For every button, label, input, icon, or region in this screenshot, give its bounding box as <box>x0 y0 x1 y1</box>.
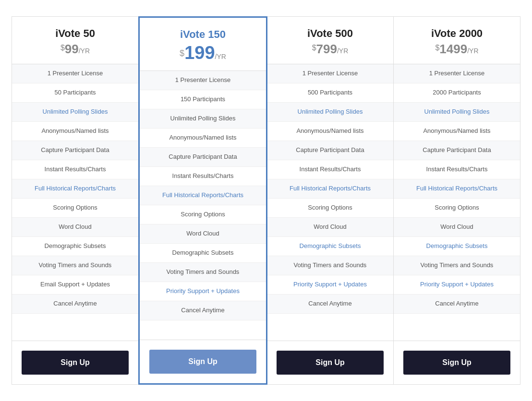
plan-price-ivote50: $99/YR <box>17 43 133 55</box>
feature-row: Capture Participant Data <box>267 141 393 160</box>
plan-ivote50: iVote 50$99/YR1 Presenter License50 Part… <box>12 17 139 384</box>
features-ivote500: 1 Presenter License500 ParticipantsUnlim… <box>267 64 393 341</box>
feature-row: Unlimited Polling Slides <box>394 103 520 122</box>
plan-header-ivote150: iVote 150$199/YR <box>140 18 266 71</box>
feature-row: 1 Presenter License <box>12 64 138 83</box>
feature-row: 1 Presenter License <box>267 64 393 83</box>
feature-row: Voting Timers and Sounds <box>140 263 266 282</box>
plan-ivote150: iVote 150$199/YR1 Presenter License150 P… <box>138 16 267 385</box>
features-ivote50: 1 Presenter License50 ParticipantsUnlimi… <box>12 64 138 341</box>
feature-row: Word Cloud <box>140 224 266 244</box>
plan-price-ivote500: $799/YR <box>272 43 388 55</box>
plan-name-ivote500: iVote 500 <box>272 27 388 40</box>
feature-row: 1 Presenter License <box>140 71 266 90</box>
feature-row: Full Historical Reports/Charts <box>140 186 266 205</box>
features-ivote2000: 1 Presenter License2000 ParticipantsUnli… <box>394 64 520 341</box>
feature-row: Instant Results/Charts <box>394 160 520 179</box>
feature-row: Full Historical Reports/Charts <box>267 179 393 199</box>
feature-row: Word Cloud <box>394 218 520 237</box>
feature-row: 2000 Participants <box>394 83 520 103</box>
feature-row: Capture Participant Data <box>140 148 266 167</box>
feature-row: Instant Results/Charts <box>267 160 393 179</box>
feature-row: Demographic Subsets <box>140 244 266 263</box>
spacer <box>394 314 520 341</box>
feature-row: Cancel Anytime <box>140 301 266 320</box>
feature-row: Demographic Subsets <box>12 237 138 256</box>
feature-row: Scoring Options <box>12 199 138 218</box>
feature-row: Email Support + Updates <box>12 275 138 295</box>
plan-price-ivote150: $199/YR <box>145 44 261 62</box>
feature-row: Cancel Anytime <box>267 295 393 314</box>
feature-row: Cancel Anytime <box>12 295 138 314</box>
spacer <box>12 314 138 341</box>
feature-row: Full Historical Reports/Charts <box>394 179 520 199</box>
plan-name-ivote50: iVote 50 <box>17 27 133 40</box>
signup-button-ivote2000[interactable]: Sign Up <box>403 351 510 375</box>
feature-row: Priority Support + Updates <box>394 275 520 295</box>
feature-row: Unlimited Polling Slides <box>267 103 393 122</box>
spacer <box>140 320 266 340</box>
feature-row: Anonymous/Named lists <box>140 129 266 148</box>
feature-row: Word Cloud <box>12 218 138 237</box>
spacer <box>267 314 393 341</box>
plan-footer-ivote500: Sign Up <box>267 341 393 384</box>
feature-row: 150 Participants <box>140 90 266 109</box>
plan-ivote500: iVote 500$799/YR1 Presenter License500 P… <box>267 17 394 384</box>
feature-row: 50 Participants <box>12 83 138 103</box>
feature-row: Unlimited Polling Slides <box>140 109 266 129</box>
feature-row: Anonymous/Named lists <box>12 122 138 141</box>
feature-row: Full Historical Reports/Charts <box>12 179 138 199</box>
feature-row: Cancel Anytime <box>394 295 520 314</box>
plan-footer-ivote150: Sign Up <box>140 340 266 383</box>
feature-row: Demographic Subsets <box>394 237 520 256</box>
feature-row: Word Cloud <box>267 218 393 237</box>
feature-row: Scoring Options <box>140 205 266 224</box>
feature-row: Instant Results/Charts <box>140 167 266 186</box>
plan-header-ivote2000: iVote 2000$1499/YR <box>394 17 520 64</box>
feature-row: Scoring Options <box>394 199 520 218</box>
features-ivote150: 1 Presenter License150 ParticipantsUnlim… <box>140 71 266 340</box>
plan-footer-ivote2000: Sign Up <box>394 341 520 384</box>
plan-ivote2000: iVote 2000$1499/YR1 Presenter License200… <box>394 17 520 384</box>
feature-row: 1 Presenter License <box>394 64 520 83</box>
feature-row: Priority Support + Updates <box>267 275 393 295</box>
feature-row: Voting Timers and Sounds <box>394 256 520 275</box>
feature-row: Scoring Options <box>267 199 393 218</box>
plan-name-ivote150: iVote 150 <box>145 28 261 41</box>
feature-row: Voting Timers and Sounds <box>12 256 138 275</box>
plan-name-ivote2000: iVote 2000 <box>399 27 515 40</box>
feature-row: Capture Participant Data <box>12 141 138 160</box>
plan-header-ivote500: iVote 500$799/YR <box>267 17 393 64</box>
feature-row: Voting Timers and Sounds <box>267 256 393 275</box>
feature-row: Demographic Subsets <box>267 237 393 256</box>
feature-row: Anonymous/Named lists <box>394 122 520 141</box>
feature-row: Priority Support + Updates <box>140 282 266 301</box>
feature-row: Unlimited Polling Slides <box>12 103 138 122</box>
feature-row: Anonymous/Named lists <box>267 122 393 141</box>
plan-price-ivote2000: $1499/YR <box>399 43 515 55</box>
plan-header-ivote50: iVote 50$99/YR <box>12 17 138 64</box>
feature-row: 500 Participants <box>267 83 393 103</box>
pricing-table: iVote 50$99/YR1 Presenter License50 Part… <box>12 16 520 385</box>
feature-row: Instant Results/Charts <box>12 160 138 179</box>
feature-row: Capture Participant Data <box>394 141 520 160</box>
signup-button-ivote50[interactable]: Sign Up <box>22 351 129 375</box>
plan-footer-ivote50: Sign Up <box>12 341 138 384</box>
signup-button-ivote150[interactable]: Sign Up <box>149 350 256 374</box>
signup-button-ivote500[interactable]: Sign Up <box>277 351 384 375</box>
